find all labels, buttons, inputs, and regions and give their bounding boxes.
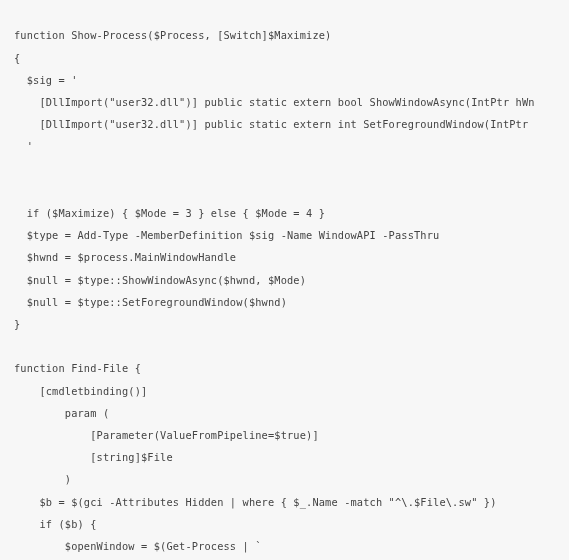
code-block: function Show-Process($Process, [Switch]… <box>0 10 569 560</box>
